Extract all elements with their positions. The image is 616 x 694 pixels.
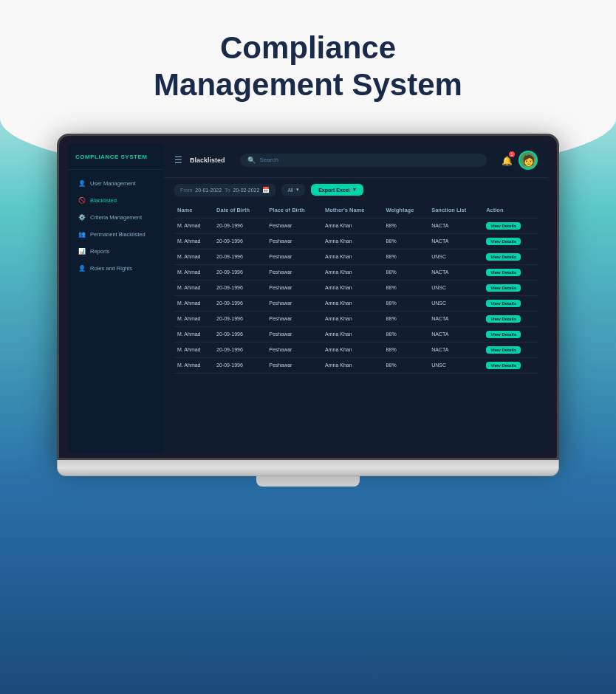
view-details-button[interactable]: View Details [486,238,521,245]
cell-name: M. Ahmad [174,264,213,280]
cell-dob: 20-09-1996 [213,326,266,342]
page-label: Blacklisted [190,157,225,164]
cell-pob: Peshawar [266,218,322,233]
cell-mother: Amna Khan [322,357,383,373]
cell-weightage: 88% [383,264,429,280]
cell-pob: Peshawar [266,233,322,249]
cell-sanction: NACTA [428,311,483,326]
from-date: 20-01-2022 [195,188,222,193]
cell-dob: 20-09-1996 [213,295,266,311]
topbar: ☰ Blacklisted 🔍 🔔 1 🧑 [164,143,548,178]
cell-mother: Amna Khan [322,280,383,295]
view-details-button[interactable]: View Details [486,269,521,276]
cell-sanction: NACTA [428,326,483,342]
cell-sanction: NACTA [428,233,483,249]
col-action: Action [483,202,538,219]
col-dob: Date of Birth [213,202,266,219]
view-details-button[interactable]: View Details [486,284,521,292]
sidebar-item-blacklisted[interactable]: 🚫 Blacklisted [71,193,161,208]
view-details-button[interactable]: View Details [486,331,521,338]
notification-bell[interactable]: 🔔 1 [502,154,513,167]
cell-mother: Amna Khan [322,233,383,249]
calendar-icon: 📅 [262,187,270,193]
cell-pob: Peshawar [266,326,322,342]
sidebar-label-reports: Reports [90,248,109,255]
data-table-container: Name Date of Birth Place of Birth Mother… [164,202,548,453]
view-details-button[interactable]: View Details [486,346,521,354]
cell-pob: Peshawar [266,264,322,280]
cell-sanction: NACTA [428,342,483,357]
sidebar-logo: COMPLIANCE SYSTEM [68,143,164,170]
app-window: COMPLIANCE SYSTEM 👤 User Management 🚫 Bl… [68,143,548,453]
cell-action: View Details [483,280,538,295]
sidebar-item-permanent-blacklisted[interactable]: 👥 Permanent Blacklisted [71,227,161,242]
sidebar-label-blacklisted: Blacklisted [90,197,117,204]
menu-icon[interactable]: ☰ [174,155,182,165]
col-pob: Place of Birth [266,202,322,219]
cell-dob: 20-09-1996 [213,233,266,249]
table-header: Name Date of Birth Place of Birth Mother… [174,202,538,219]
cell-action: View Details [483,357,538,373]
cell-mother: Amna Khan [322,264,383,280]
sidebar-label-roles: Roles and Rights [90,265,132,272]
cell-dob: 20-09-1996 [213,280,266,295]
from-label: From [180,188,192,193]
perm-blacklisted-icon: 👥 [78,231,86,238]
filter-dropdown[interactable]: All ▾ [281,184,305,196]
cell-mother: Amna Khan [322,249,383,264]
cell-dob: 20-09-1996 [213,357,266,373]
view-details-button[interactable]: View Details [486,315,521,323]
cell-action: View Details [483,264,538,280]
view-details-button[interactable]: View Details [486,253,521,261]
cell-action: View Details [483,218,538,233]
cell-weightage: 88% [383,233,429,249]
sidebar-label-perm: Permanent Blacklisted [90,231,146,238]
main-content: ☰ Blacklisted 🔍 🔔 1 🧑 [164,143,548,453]
sidebar-item-criteria-management[interactable]: ⚙️ Criteria Management [71,210,161,225]
date-range-picker[interactable]: From 20-01-2022 To 20-02-2022 📅 [174,184,276,196]
table-row: M. Ahmad 20-09-1996 Peshawar Amna Khan 8… [174,280,538,295]
cell-dob: 20-09-1996 [213,249,266,264]
cell-name: M. Ahmad [174,357,213,373]
table-row: M. Ahmad 20-09-1996 Peshawar Amna Khan 8… [174,218,538,233]
table-row: M. Ahmad 20-09-1996 Peshawar Amna Khan 8… [174,357,538,373]
col-name: Name [174,202,213,219]
table-row: M. Ahmad 20-09-1996 Peshawar Amna Khan 8… [174,233,538,249]
blacklisted-icon: 🚫 [78,197,86,204]
cell-action: View Details [483,249,538,264]
view-details-button[interactable]: View Details [486,222,521,230]
cell-weightage: 88% [383,342,429,357]
cell-sanction: NACTA [428,218,483,233]
search-input[interactable] [260,157,479,163]
table-row: M. Ahmad 20-09-1996 Peshawar Amna Khan 8… [174,295,538,311]
roles-icon: 👤 [78,265,86,272]
export-excel-button[interactable]: Export Excel ▾ [311,184,363,196]
cell-pob: Peshawar [266,357,322,373]
laptop-stand [256,476,360,487]
col-mother: Mother's Name [322,202,383,219]
export-label: Export Excel [318,188,349,193]
cell-mother: Amna Khan [322,218,383,233]
sidebar-item-reports[interactable]: 📊 Reports [71,244,161,259]
to-date: 20-02-2022 [233,188,260,193]
cell-name: M. Ahmad [174,249,213,264]
laptop-base [57,460,559,476]
cell-name: M. Ahmad [174,311,213,326]
cell-pob: Peshawar [266,311,322,326]
avatar[interactable]: 🧑 [519,151,538,170]
view-details-button[interactable]: View Details [486,362,521,369]
reports-icon: 📊 [78,248,86,255]
title-line1: Compliance [220,30,396,65]
cell-mother: Amna Khan [322,342,383,357]
topbar-right: 🔔 1 🧑 [502,151,538,170]
sidebar-item-user-management[interactable]: 👤 User Management [71,176,161,191]
cell-pob: Peshawar [266,342,322,357]
cell-dob: 20-09-1996 [213,264,266,280]
view-details-button[interactable]: View Details [486,300,521,307]
chevron-down-icon: ▾ [296,187,299,193]
cell-name: M. Ahmad [174,295,213,311]
filter-bar: From 20-01-2022 To 20-02-2022 📅 All ▾ Ex… [164,178,548,202]
table-row: M. Ahmad 20-09-1996 Peshawar Amna Khan 8… [174,311,538,326]
cell-name: M. Ahmad [174,233,213,249]
sidebar-item-roles-rights[interactable]: 👤 Roles and Rights [71,261,161,276]
